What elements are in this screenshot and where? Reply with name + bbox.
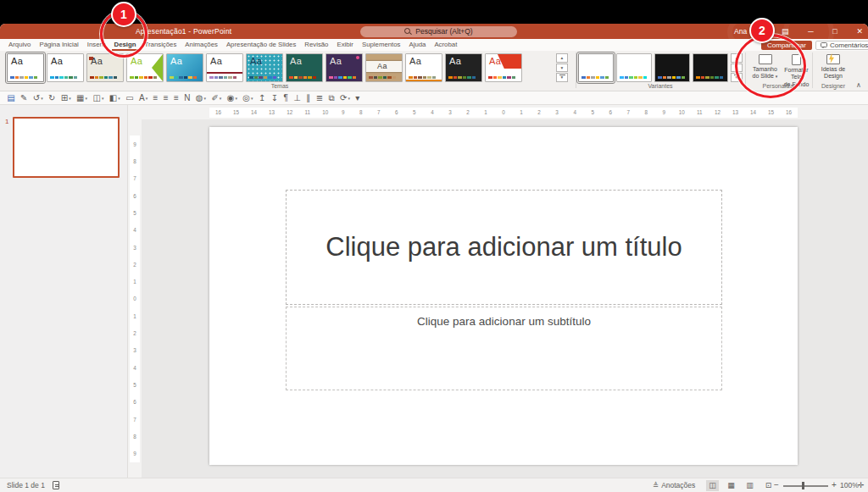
theme-5[interactable]: Aa [166,53,203,82]
format-painter-glyph: ✎ [20,91,27,105]
variant-4[interactable] [693,53,728,82]
bring-forward-icon[interactable]: ↥ [256,91,269,105]
ruler-number: 1 [476,108,494,118]
search-icon [404,28,411,35]
merge-shapes-icon[interactable]: ◎▾ [240,91,256,105]
normal-view-icon[interactable]: ◫ [706,480,719,491]
tab-suplementos[interactable]: Suplementos [361,39,402,51]
color-swatch [625,76,629,80]
zoom-slider[interactable] [783,485,828,487]
tab-página-inicial[interactable]: Página Inicial [38,39,79,51]
comments-button[interactable]: Comentários [815,41,868,50]
redo-icon[interactable]: ↻ [46,91,58,105]
align-center-glyph: ≡ [164,91,169,105]
theme-11[interactable]: Aa [405,53,442,82]
reset-slide-icon[interactable]: ◫▾ [90,91,106,105]
group-objects-icon[interactable]: ⧉ [326,91,337,105]
color-swatch [463,76,467,80]
new-slide-icon[interactable]: ⊞▾ [58,91,74,105]
title-placeholder[interactable]: Clique para adicionar um título [286,190,722,305]
theme-office[interactable]: Aa [7,53,44,82]
theme-9[interactable]: Aa [326,53,363,82]
font-color-icon[interactable]: A▾ [136,91,151,105]
bold-icon[interactable]: N [181,91,193,105]
shape-fill-icon[interactable]: ◍▾ [193,91,209,105]
theme-6[interactable]: Aa [206,53,243,82]
new-slide-glyph: ⊞ [61,91,68,105]
zoom-in-button[interactable]: + [832,478,837,492]
reading-view-icon[interactable]: ▥ [743,480,756,491]
theme-10[interactable]: Aa [365,53,403,82]
theme-7[interactable]: Aa [246,53,283,82]
more-commands-icon[interactable]: ▾ [353,91,362,105]
theme-12[interactable]: Aa [445,53,482,82]
align-objects-icon[interactable]: ⊥ [291,91,303,105]
align-center-icon[interactable]: ≡ [161,91,171,105]
align-right-icon[interactable]: ≡ [171,91,181,105]
zoom-out-button[interactable]: − [774,478,779,492]
shape-effects-icon[interactable]: ◉▾ [225,91,241,105]
theme-13[interactable]: Aa [485,53,522,82]
theme-8[interactable]: Aa [286,53,323,82]
tab-exibir[interactable]: Exibir [336,39,354,51]
theme-6-decoration [207,72,242,74]
tab-animações[interactable]: Animações [184,39,219,51]
gallery-more-button[interactable]: ▾ [556,73,568,82]
slide-thumbnail[interactable] [13,117,120,178]
merge-shapes-glyph: ◎ [242,91,250,105]
variant-1[interactable] [578,53,614,82]
chevron-down-icon: ▾ [69,91,71,105]
theme-colors-icon[interactable]: ◧▾ [107,91,123,105]
zoom-level[interactable]: 100% [840,478,859,492]
tab-acrobat[interactable]: Acrobat [433,39,458,51]
minimize-button[interactable]: ─ [808,24,813,39]
chevron-down-icon: ▾ [348,91,350,105]
fit-to-window-icon[interactable]: ✛ [858,478,865,492]
notes-toggle[interactable]: ≜ Anotações [653,478,695,492]
search-box[interactable]: Pesquisar (Alt+Q) [360,26,517,37]
slide-canvas[interactable]: Clique para adicionar um título Clique p… [209,127,798,465]
undo-glyph: ↺ [33,91,40,105]
color-swatch [620,76,624,80]
reset-slide-glyph: ◫ [92,91,100,105]
distribute-vertical-icon[interactable]: ≣ [314,91,326,105]
color-swatch [387,76,392,80]
tab-arquivo[interactable]: Arquivo [8,39,31,51]
theme-aa-label: Aa [489,56,501,66]
theme-2[interactable]: Aa [47,53,84,82]
subtitle-placeholder[interactable]: Clique para adicionar um subtítulo [286,307,722,390]
zoom-slider-thumb[interactable] [802,482,804,489]
shape-outline-icon[interactable]: ✐▾ [209,91,224,105]
slide-sorter-view-icon[interactable]: ▦ [725,480,737,491]
tab-revisão[interactable]: Revisão [303,39,329,51]
gallery-down-button[interactable]: ▾ [556,64,568,73]
chevron-down-icon: ▾ [220,91,222,105]
ruler-number: 3 [548,108,566,118]
distribute-horizontal-icon[interactable]: ∥ [303,91,313,105]
theme-4[interactable]: Aa [126,53,164,82]
collapse-ribbon-icon[interactable]: ∧ [856,81,861,89]
send-backward-icon[interactable]: ↧ [269,91,281,105]
accessibility-checker-icon[interactable] [53,481,59,489]
text-box-glyph: ▭ [125,91,133,105]
maximize-button[interactable]: □ [832,24,837,39]
slide-layout-icon[interactable]: ▦▾ [74,91,90,105]
align-left-icon[interactable]: ≡ [150,91,160,105]
text-box-icon[interactable]: ▭ [123,91,136,105]
tab-transições[interactable]: Transições [144,39,178,51]
rotate-objects-icon[interactable]: ⟳▾ [337,91,353,105]
gallery-up-button[interactable]: ▴ [556,53,568,63]
tab-ajuda[interactable]: Ajuda [408,39,426,51]
format-painter-icon[interactable]: ✎ [18,91,31,105]
color-swatch [643,76,648,80]
close-button[interactable]: ✕ [856,24,863,39]
save-icon[interactable]: ▤ [4,91,18,105]
variant-3[interactable] [654,53,690,82]
slide-layout-glyph: ▦ [76,91,84,105]
theme-3[interactable]: Aa [86,53,124,82]
tab-apresentação-de-slides[interactable]: Apresentação de Slides [225,39,297,51]
undo-icon[interactable]: ↺▾ [31,91,46,105]
variant-2[interactable] [616,53,652,82]
text-direction-icon[interactable]: ¶ [281,91,291,105]
slideshow-view-icon[interactable]: ⊡ [762,480,775,491]
